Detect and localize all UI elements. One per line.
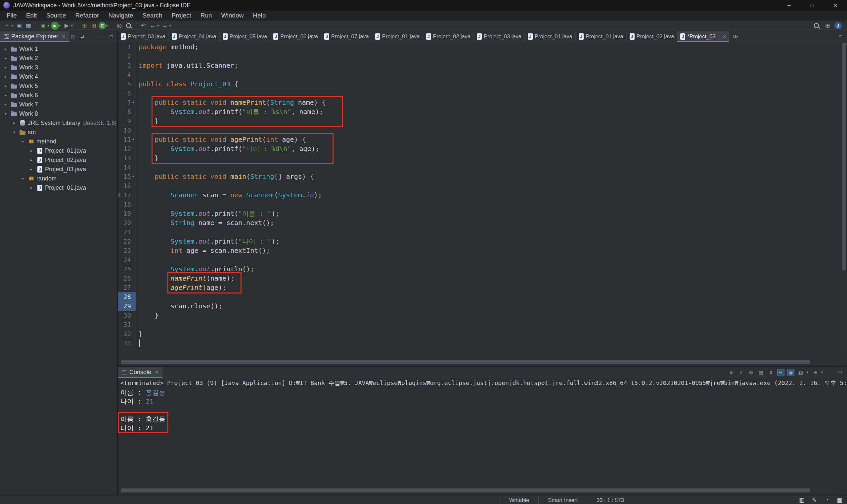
tree-collapsed-arrow-icon[interactable]: ▸ [29,148,34,153]
console-tab[interactable]: Console ✕ [118,367,162,378]
vertical-scroll-thumb[interactable] [842,43,846,270]
editor-horizontal-scrollbar[interactable] [120,360,839,365]
line-number[interactable]: 29 [118,301,136,311]
code-line-30[interactable]: 30 } [118,311,839,320]
code-editor[interactable]: 1package method;23import java.util.Scann… [118,42,847,366]
new-wizard-icon-dropdown[interactable]: ▾ [11,23,13,28]
quick-search-icon[interactable] [812,21,820,30]
menu-navigate[interactable]: Navigate [104,11,138,20]
terminate-icon[interactable]: ■ [728,369,735,376]
line-number[interactable]: 33 [118,338,136,348]
line-number[interactable]: 15● [118,172,136,181]
tree-expanded-arrow-icon[interactable]: ▾ [20,139,26,144]
word-wrap-icon[interactable]: ↵ [777,369,784,376]
tree-item-work-1[interactable]: ▸Work 1 [0,44,117,54]
open-type-icon[interactable]: ◎ [115,21,124,30]
menu-run[interactable]: Run [196,11,217,20]
package-explorer-tab[interactable]: Package Explorer ✕ [0,31,69,42]
line-number[interactable]: 19 [118,209,136,218]
line-number[interactable]: 9 [118,116,136,126]
code-line-25[interactable]: 25 System.out.println(); [118,264,839,274]
tree-item-work-7[interactable]: ▸Work 7 [0,100,117,109]
open-console-icon-dropdown[interactable]: ▾ [821,370,823,375]
java-perspective-icon[interactable]: J [834,22,842,30]
line-number[interactable]: 27 [118,283,136,292]
forward-icon-dropdown[interactable]: ▾ [169,23,171,28]
tree-collapsed-arrow-icon[interactable]: ▸ [29,185,34,190]
editor-tab-project-04-java-1[interactable]: JProject_04.java [169,31,220,42]
editor-tab-project-07-java-4[interactable]: JProject_07.java [321,31,372,42]
code-line-28[interactable]: 28 [118,292,839,301]
tree-item-work-6[interactable]: ▸Work 6 [0,91,117,100]
line-number[interactable]: 30 [118,311,136,320]
line-number[interactable]: 10 [118,126,136,135]
menu-edit[interactable]: Edit [21,11,42,20]
tree-collapsed-arrow-icon[interactable]: ▸ [3,56,8,60]
code-line-15[interactable]: 15● public static void main(String[] arg… [118,172,839,181]
line-number[interactable]: 26 [118,274,136,283]
editor-tab-project-02-java-10[interactable]: JProject_02.java [627,31,678,42]
tab-overflow-icon[interactable]: ≫ [729,31,741,42]
code-line-5[interactable]: 5public class Project_03 { [118,79,839,89]
editor-tab-project-05-java-2[interactable]: JProject_05.java [220,31,271,42]
line-number[interactable]: 14 [118,163,136,172]
code-line-17[interactable]: 17 Scanner scan = new Scanner(System.in)… [118,191,839,200]
editor-tab-project-03-java-7[interactable]: JProject_03.java [474,31,525,42]
editor-tab-project-03-java-0[interactable]: JProject_03.java [118,31,169,42]
window-maximize-button[interactable]: □ [801,0,824,11]
code-line-33[interactable]: 33 [118,338,839,348]
tree-expanded-arrow-icon[interactable]: ▾ [20,176,26,181]
maximize-editor-icon[interactable]: □ [837,33,844,40]
collapse-all-icon[interactable]: ⊟ [69,33,76,40]
run-icon[interactable]: ▶ [51,22,59,30]
tree-expanded-arrow-icon[interactable]: ▾ [3,111,8,116]
tree-collapsed-arrow-icon[interactable]: ▸ [3,65,8,70]
back-icon-dropdown[interactable]: ▾ [157,23,159,28]
menu-project[interactable]: Project [167,11,196,20]
tree-collapsed-arrow-icon[interactable]: ▸ [3,74,8,79]
code-line-23[interactable]: 23 int age = scan.nextInt(); [118,246,839,255]
maximize-view-icon[interactable]: □ [836,369,844,376]
code-line-14[interactable]: 14 [118,163,839,172]
menu-search[interactable]: Search [138,11,167,20]
line-number[interactable]: 11● [118,135,136,144]
back-icon[interactable]: ← [149,21,157,30]
menu-help[interactable]: Help [248,11,270,20]
remove-launch-icon[interactable]: × [738,369,745,376]
line-number[interactable]: 13 [118,154,136,163]
package-explorer-close-icon[interactable]: ✕ [62,34,66,39]
progress-icon[interactable]: ▥ [797,496,806,504]
edit-marker-icon[interactable]: ✎ [810,496,818,504]
code-line-32[interactable]: 32} [118,329,839,338]
tips-icon[interactable]: ▣ [835,496,844,504]
editor-tab-project-02-java-6[interactable]: JProject_02.java [423,31,474,42]
tree-collapsed-arrow-icon[interactable]: ▸ [3,102,8,107]
console-output[interactable]: 이름 : 홍길동나이 : 21이름 : 홍길동나이 : 21 [118,388,847,433]
open-console-icon[interactable]: ⊞ [812,369,819,376]
menu-file[interactable]: File [2,11,21,20]
save-icon[interactable]: ▣ [15,21,23,30]
code-line-4[interactable]: 4 [118,70,839,79]
code-line-26[interactable]: 26 namePrint(name); [118,274,839,283]
line-number[interactable]: 18 [118,200,136,209]
tree-item-project-02-java[interactable]: ▸JProject_02.java [0,155,117,165]
line-number[interactable]: 16 [118,181,136,191]
link-with-editor-icon[interactable]: ⇄ [79,33,86,40]
console-scroll-thumb[interactable] [121,488,810,492]
code-line-2[interactable]: 2 [118,52,839,61]
console-horizontal-scrollbar[interactable] [120,488,839,493]
menu-refactor[interactable]: Refactor [71,11,104,20]
code-line-18[interactable]: 18 [118,200,839,209]
code-line-11[interactable]: 11● public static void agePrint(int age)… [118,135,839,144]
code-line-20[interactable]: 20 String name = scan.next(); [118,218,839,228]
editor-tab-project-01-java-8[interactable]: JProject_01.java [525,31,576,42]
remove-all-launches-icon[interactable]: ⊗ [747,369,755,376]
code-line-12[interactable]: 12 System.out.printf("나이 : %d\n", age); [118,144,839,154]
tree-item-random[interactable]: ▾random [0,174,117,183]
line-number[interactable]: 3 [118,61,136,70]
line-number[interactable]: 21 [118,228,136,237]
line-number[interactable]: 7● [118,98,136,107]
new-package-icon[interactable]: ⊞ [89,21,98,30]
tree-item-project-01-java[interactable]: ▸JProject_01.java [0,183,117,192]
notifications-icon[interactable]: ◔ [823,496,831,504]
